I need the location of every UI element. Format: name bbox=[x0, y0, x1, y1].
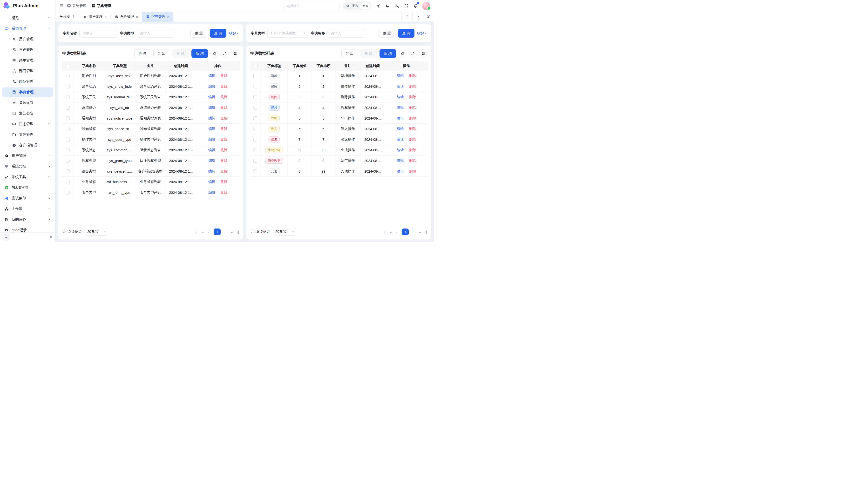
dict-type-input[interactable] bbox=[137, 29, 174, 38]
sidebar-item-my-tasks[interactable]: 我的任务 bbox=[2, 215, 53, 224]
sidebar-item-role-mgmt[interactable]: 角色管理 bbox=[2, 45, 53, 55]
next-page-icon[interactable]: › bbox=[413, 230, 414, 234]
sidebar-item-client-mgmt[interactable]: 客户端管理 bbox=[2, 140, 53, 150]
delete-link[interactable]: 删除 bbox=[409, 84, 416, 89]
sidebar-item-post-mgmt[interactable]: 岗位管理 bbox=[2, 77, 53, 86]
prev-page-icon[interactable]: ‹ bbox=[396, 230, 397, 234]
notifications-bell-icon[interactable] bbox=[413, 3, 418, 9]
edit-link[interactable]: 编辑 bbox=[397, 137, 404, 142]
reset-button[interactable]: 重 置 bbox=[190, 29, 207, 38]
row-checkbox[interactable] bbox=[66, 191, 70, 195]
close-icon[interactable]: × bbox=[105, 15, 106, 19]
more-button[interactable]: 更 多 bbox=[134, 49, 151, 58]
refresh-icon-button[interactable] bbox=[211, 50, 218, 58]
row-checkbox[interactable] bbox=[66, 180, 70, 184]
expand-icon-button[interactable] bbox=[221, 50, 229, 58]
global-search[interactable]: 搜索 ⌘ K bbox=[343, 2, 372, 10]
export-button[interactable]: 导 出 bbox=[341, 49, 358, 58]
edit-link[interactable]: 编辑 bbox=[208, 84, 215, 89]
fast-next-icon[interactable]: » bbox=[231, 230, 232, 234]
export-button[interactable]: 导 出 bbox=[153, 49, 170, 58]
tab-role-mgmt[interactable]: 角色管理 × bbox=[111, 12, 142, 22]
fullscreen-icon[interactable] bbox=[403, 3, 409, 9]
row-checkbox[interactable] bbox=[253, 127, 257, 131]
content-fullscreen-icon[interactable] bbox=[423, 12, 434, 22]
sidebar-item-file-mgmt[interactable]: 文件管理 bbox=[2, 130, 53, 139]
delete-link[interactable]: 删除 bbox=[409, 105, 416, 110]
current-page[interactable]: 1 bbox=[214, 228, 221, 235]
row-checkbox[interactable] bbox=[66, 148, 70, 152]
row-checkbox[interactable] bbox=[66, 95, 70, 99]
edit-link[interactable]: 编辑 bbox=[397, 105, 404, 110]
sidebar-collapse-button[interactable]: « bbox=[2, 234, 10, 240]
dict-label-input[interactable] bbox=[328, 29, 365, 38]
edit-link[interactable]: 编辑 bbox=[208, 180, 215, 184]
row-checkbox[interactable] bbox=[66, 106, 70, 110]
sidebar-item-user-mgmt[interactable]: 用户管理 bbox=[2, 34, 53, 44]
edit-link[interactable]: 编辑 bbox=[208, 105, 215, 110]
delete-link[interactable]: 删除 bbox=[409, 127, 416, 131]
edit-link[interactable]: 编辑 bbox=[397, 84, 404, 89]
sidebar-item-workflow[interactable]: 工作流 bbox=[2, 204, 53, 214]
delete-link[interactable]: 删除 bbox=[409, 73, 416, 78]
dark-mode-moon-icon[interactable] bbox=[384, 3, 390, 9]
edit-link[interactable]: 编辑 bbox=[208, 127, 215, 131]
dict-type-select[interactable]: TODO: 字典类型∨ bbox=[268, 29, 308, 38]
tab-analysis[interactable]: 分析页 bbox=[56, 12, 79, 22]
row-checkbox[interactable] bbox=[66, 138, 70, 141]
refresh-icon-button[interactable] bbox=[399, 50, 406, 58]
tab-user-mgmt[interactable]: 用户管理 × bbox=[79, 12, 111, 22]
avatar[interactable] bbox=[422, 2, 430, 10]
delete-link[interactable]: 删除 bbox=[221, 180, 227, 184]
row-checkbox[interactable] bbox=[253, 74, 257, 78]
edit-link[interactable]: 编辑 bbox=[397, 158, 404, 163]
current-page[interactable]: 1 bbox=[402, 228, 409, 235]
sidebar-item-log-mgmt[interactable]: DEV 日志管理 bbox=[2, 119, 53, 129]
fast-next-icon[interactable]: » bbox=[419, 230, 421, 234]
expand-icon-button[interactable] bbox=[409, 50, 417, 58]
sidebar-item-system-mgmt[interactable]: 系统管理 bbox=[2, 24, 53, 33]
tab-dict-mgmt[interactable]: 字典管理 × bbox=[142, 12, 173, 22]
row-checkbox[interactable] bbox=[66, 127, 70, 131]
delete-link[interactable]: 删除 bbox=[409, 169, 416, 173]
column-settings-icon-button[interactable] bbox=[231, 50, 239, 58]
select-all-checkbox[interactable] bbox=[254, 64, 257, 68]
delete-link[interactable]: 删除 bbox=[409, 116, 416, 121]
edit-link[interactable]: 编辑 bbox=[397, 148, 404, 152]
collapse-search-link[interactable]: 收起∧ bbox=[229, 31, 239, 36]
sidebar-item-system-monitor[interactable]: 系统监控 bbox=[2, 161, 53, 171]
query-button[interactable]: 查 询 bbox=[398, 29, 414, 38]
delete-link[interactable]: 删除 bbox=[221, 127, 227, 131]
delete-link[interactable]: 删除 bbox=[221, 84, 227, 89]
last-page-icon[interactable]: ›| bbox=[237, 230, 239, 234]
delete-button[interactable]: 删 除 bbox=[173, 49, 189, 58]
tenant-select-input[interactable] bbox=[283, 2, 340, 10]
first-page-icon[interactable]: |‹ bbox=[384, 230, 385, 234]
row-checkbox[interactable] bbox=[66, 169, 70, 173]
row-checkbox[interactable] bbox=[253, 106, 257, 110]
delete-link[interactable]: 删除 bbox=[409, 148, 416, 152]
breadcrumb-item-dict[interactable]: 字典管理 bbox=[92, 4, 111, 8]
settings-gear-icon[interactable] bbox=[375, 3, 381, 9]
close-icon[interactable]: × bbox=[136, 15, 138, 19]
edit-link[interactable]: 编辑 bbox=[208, 137, 215, 142]
edit-link[interactable]: 编辑 bbox=[208, 95, 215, 99]
sidebar-item-param-settings[interactable]: 参数设置 bbox=[2, 98, 53, 107]
sidebar-item-menu-mgmt[interactable]: 菜单管理 bbox=[2, 56, 53, 65]
row-checkbox[interactable] bbox=[66, 85, 70, 89]
delete-link[interactable]: 删除 bbox=[409, 137, 416, 142]
sidebar-item-overview[interactable]: 概览 bbox=[2, 13, 53, 23]
edit-link[interactable]: 编辑 bbox=[397, 169, 404, 173]
edit-link[interactable]: 编辑 bbox=[208, 169, 215, 173]
prev-page-icon[interactable]: ‹ bbox=[208, 230, 209, 234]
column-settings-icon-button[interactable] bbox=[419, 50, 427, 58]
delete-link[interactable]: 删除 bbox=[221, 116, 227, 121]
delete-link[interactable]: 删除 bbox=[221, 95, 227, 99]
delete-link[interactable]: 删除 bbox=[409, 158, 416, 163]
sidebar-item-dict-mgmt[interactable]: 字典管理 bbox=[2, 87, 53, 97]
hamburger-icon[interactable] bbox=[59, 4, 64, 8]
refresh-icon[interactable] bbox=[401, 12, 412, 22]
row-checkbox[interactable] bbox=[253, 148, 257, 152]
delete-link[interactable]: 删除 bbox=[221, 190, 227, 195]
next-page-icon[interactable]: › bbox=[225, 230, 226, 234]
